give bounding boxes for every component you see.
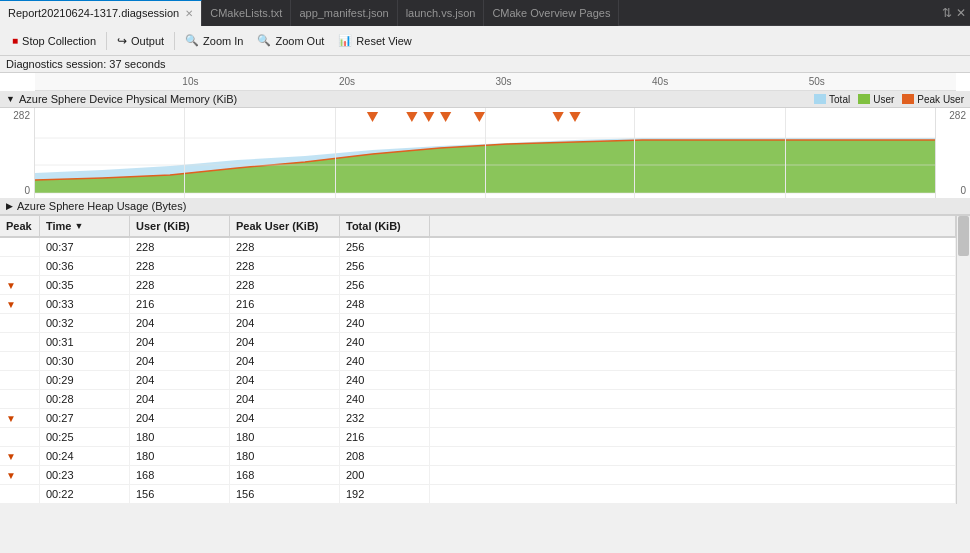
td-time-0: 00:37 bbox=[40, 238, 130, 256]
peak-marker-icon: ▼ bbox=[6, 413, 16, 424]
peak-marker-6 bbox=[553, 112, 564, 122]
tab-cmakeoverview[interactable]: CMake Overview Pages bbox=[484, 0, 619, 26]
collapse-icon: ▼ bbox=[6, 94, 15, 104]
chart-legend: Total User Peak User bbox=[814, 94, 964, 105]
table-row: 00:29 204 204 240 bbox=[0, 371, 956, 390]
tab-launch-label: launch.vs.json bbox=[406, 7, 476, 19]
td-time-9: 00:27 bbox=[40, 409, 130, 427]
zoom-out-icon: 🔍 bbox=[257, 34, 271, 47]
td-empty-8 bbox=[430, 390, 956, 408]
td-user-2: 228 bbox=[130, 276, 230, 294]
ruler-40s: 40s bbox=[652, 76, 668, 87]
th-peakuser[interactable]: Peak User (KiB) bbox=[230, 216, 340, 236]
y-axis-right: 282 0 bbox=[935, 108, 970, 198]
legend-peakuser-color bbox=[902, 94, 914, 104]
right-scrollbar[interactable] bbox=[956, 216, 970, 504]
th-user[interactable]: User (KiB) bbox=[130, 216, 230, 236]
ruler-20s: 20s bbox=[339, 76, 355, 87]
td-total-1: 256 bbox=[340, 257, 430, 275]
th-peak[interactable]: Peak bbox=[0, 216, 40, 236]
zoom-out-button[interactable]: 🔍 Zoom Out bbox=[251, 32, 330, 49]
table-row: 00:28 204 204 240 bbox=[0, 390, 956, 409]
reset-view-icon: 📊 bbox=[338, 34, 352, 47]
td-peak-9: ▼ bbox=[0, 409, 40, 427]
td-peakuser-6: 204 bbox=[230, 352, 340, 370]
tab-launch[interactable]: launch.vs.json bbox=[398, 0, 485, 26]
tab-diag[interactable]: Report20210624-1317.diagsession ✕ bbox=[0, 0, 202, 26]
td-peakuser-9: 204 bbox=[230, 409, 340, 427]
td-peakuser-11: 180 bbox=[230, 447, 340, 465]
peak-marker-4 bbox=[440, 112, 451, 122]
td-peak-11: ▼ bbox=[0, 447, 40, 465]
td-empty-5 bbox=[430, 333, 956, 351]
heap-header[interactable]: ▶ Azure Sphere Heap Usage (Bytes) bbox=[0, 198, 970, 214]
memory-chart-header[interactable]: ▼ Azure Sphere Device Physical Memory (K… bbox=[0, 91, 970, 108]
sort-desc-icon: ▼ bbox=[74, 221, 83, 231]
table-row: 00:37 228 228 256 bbox=[0, 238, 956, 257]
td-time-11: 00:24 bbox=[40, 447, 130, 465]
peak-marker-icon: ▼ bbox=[6, 280, 16, 291]
tab-close-all-icon[interactable]: ✕ bbox=[956, 6, 966, 20]
heap-section: ▶ Azure Sphere Heap Usage (Bytes) bbox=[0, 198, 970, 215]
td-time-10: 00:25 bbox=[40, 428, 130, 446]
th-total[interactable]: Total (KiB) bbox=[340, 216, 430, 236]
scrollbar-thumb[interactable] bbox=[958, 216, 969, 256]
legend-user-label: User bbox=[873, 94, 894, 105]
legend-user: User bbox=[858, 94, 894, 105]
y-min-right: 0 bbox=[960, 185, 966, 196]
th-time[interactable]: Time ▼ bbox=[40, 216, 130, 236]
tab-diag-close[interactable]: ✕ bbox=[185, 8, 193, 19]
status-text: Diagnostics session: 37 seconds bbox=[6, 58, 166, 70]
td-empty-9 bbox=[430, 409, 956, 427]
grid-line-2 bbox=[335, 108, 336, 198]
zoom-in-label: Zoom In bbox=[203, 35, 243, 47]
td-peakuser-0: 228 bbox=[230, 238, 340, 256]
td-time-8: 00:28 bbox=[40, 390, 130, 408]
tab-cmake[interactable]: CMakeLists.txt bbox=[202, 0, 291, 26]
table-row: 00:25 180 180 216 bbox=[0, 428, 956, 447]
output-label: Output bbox=[131, 35, 164, 47]
td-user-3: 216 bbox=[130, 295, 230, 313]
stop-collection-button[interactable]: ■ Stop Collection bbox=[6, 33, 102, 49]
legend-total: Total bbox=[814, 94, 850, 105]
td-peakuser-8: 204 bbox=[230, 390, 340, 408]
grid-line-3 bbox=[485, 108, 486, 198]
td-user-10: 180 bbox=[130, 428, 230, 446]
td-peakuser-3: 216 bbox=[230, 295, 340, 313]
zoom-in-button[interactable]: 🔍 Zoom In bbox=[179, 32, 249, 49]
tab-cmakeoverview-label: CMake Overview Pages bbox=[492, 7, 610, 19]
td-user-4: 204 bbox=[130, 314, 230, 332]
reset-view-button[interactable]: 📊 Reset View bbox=[332, 32, 417, 49]
table-row: ▼ 00:24 180 180 208 bbox=[0, 447, 956, 466]
legend-total-color bbox=[814, 94, 826, 104]
table-row: 00:22 156 156 192 bbox=[0, 485, 956, 504]
ruler-50s: 50s bbox=[809, 76, 825, 87]
tab-overflow-icon[interactable]: ⇅ bbox=[942, 6, 952, 20]
peak-marker-icon: ▼ bbox=[6, 470, 16, 481]
td-empty-7 bbox=[430, 371, 956, 389]
tab-manifest-label: app_manifest.json bbox=[299, 7, 388, 19]
td-empty-13 bbox=[430, 485, 956, 503]
td-time-7: 00:29 bbox=[40, 371, 130, 389]
tab-manifest[interactable]: app_manifest.json bbox=[291, 0, 397, 26]
td-time-13: 00:22 bbox=[40, 485, 130, 503]
heap-expand-icon: ▶ bbox=[6, 201, 13, 211]
td-time-4: 00:32 bbox=[40, 314, 130, 332]
td-total-7: 240 bbox=[340, 371, 430, 389]
output-button[interactable]: ↪ Output bbox=[111, 32, 170, 50]
table-row: ▼ 00:33 216 216 248 bbox=[0, 295, 956, 314]
td-total-0: 256 bbox=[340, 238, 430, 256]
td-empty-2 bbox=[430, 276, 956, 294]
peak-marker-2 bbox=[406, 112, 417, 122]
chart-header-left: ▼ Azure Sphere Device Physical Memory (K… bbox=[6, 93, 237, 105]
data-section: Peak Time ▼ User (KiB) Peak User (KiB) T… bbox=[0, 216, 970, 504]
y-max-right: 282 bbox=[949, 110, 966, 121]
td-time-5: 00:31 bbox=[40, 333, 130, 351]
table-row: 00:32 204 204 240 bbox=[0, 314, 956, 333]
td-total-5: 240 bbox=[340, 333, 430, 351]
peak-marker-icon: ▼ bbox=[6, 299, 16, 310]
td-peak-5 bbox=[0, 333, 40, 351]
td-user-8: 204 bbox=[130, 390, 230, 408]
td-user-1: 228 bbox=[130, 257, 230, 275]
timeline-ruler: 10s 20s 30s 40s 50s bbox=[35, 73, 956, 91]
